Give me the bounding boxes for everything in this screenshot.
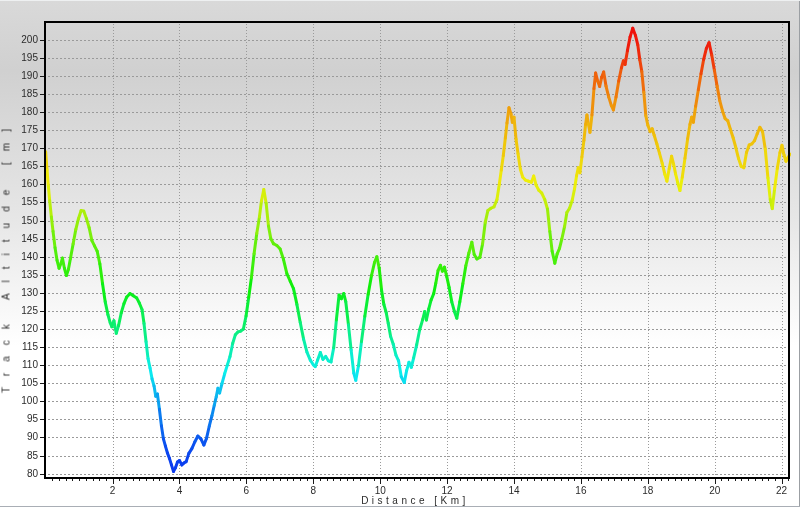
- x-tick-label-2: 2: [98, 486, 128, 496]
- y-tick-label-165: 165: [4, 161, 38, 171]
- y-tick-label-180: 180: [4, 107, 38, 117]
- y-tick-label-170: 170: [4, 143, 38, 153]
- y-tick-label-145: 145: [4, 234, 38, 244]
- y-tick-label-110: 110: [4, 360, 38, 370]
- x-tick-label-12: 12: [432, 486, 462, 496]
- x-tick-label-22: 22: [767, 486, 797, 496]
- y-tick-label-195: 195: [4, 53, 38, 63]
- y-tick-label-115: 115: [4, 342, 38, 352]
- y-tick-label-175: 175: [4, 125, 38, 135]
- y-tick-label-135: 135: [4, 270, 38, 280]
- y-tick-label-125: 125: [4, 306, 38, 316]
- y-tick-label-160: 160: [4, 179, 38, 189]
- y-tick-label-185: 185: [4, 89, 38, 99]
- y-tick-label-155: 155: [4, 197, 38, 207]
- y-tick-label-100: 100: [4, 396, 38, 406]
- elevation-profile-chart: [0, 1, 800, 509]
- y-tick-label-190: 190: [4, 71, 38, 81]
- x-tick-label-6: 6: [231, 486, 261, 496]
- x-tick-label-20: 20: [700, 486, 730, 496]
- y-tick-label-200: 200: [4, 35, 38, 45]
- bottom-separator-line: [0, 506, 800, 507]
- y-tick-label-130: 130: [4, 288, 38, 298]
- y-tick-label-150: 150: [4, 216, 38, 226]
- y-tick-label-120: 120: [4, 324, 38, 334]
- x-tick-label-18: 18: [633, 486, 663, 496]
- elevation-profile-panel: Track Altitude [m] Distance [Km] 8085909…: [0, 0, 800, 509]
- x-axis-title: Distance [Km]: [0, 495, 800, 506]
- x-tick-label-10: 10: [365, 486, 395, 496]
- y-tick-label-80: 80: [4, 469, 38, 479]
- x-tick-label-14: 14: [499, 486, 529, 496]
- y-tick-label-140: 140: [4, 252, 38, 262]
- y-tick-label-90: 90: [4, 432, 38, 442]
- y-tick-label-105: 105: [4, 378, 38, 388]
- x-tick-label-8: 8: [298, 486, 328, 496]
- x-tick-label-16: 16: [566, 486, 596, 496]
- y-tick-label-85: 85: [4, 451, 38, 461]
- x-tick-label-4: 4: [164, 486, 194, 496]
- y-tick-label-95: 95: [4, 414, 38, 424]
